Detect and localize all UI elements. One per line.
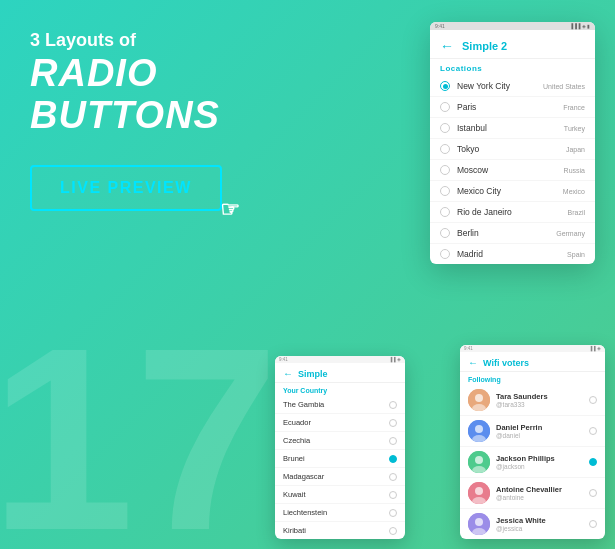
avatar [468, 420, 490, 442]
phone-main-row[interactable]: Berlin Germany [430, 223, 595, 244]
radio-dot[interactable] [440, 123, 450, 133]
person-handle: @tara333 [496, 401, 589, 408]
phone-main: 9:41 ▐▐▐ ◈ ▮ ← Simple 2 Locations New Yo… [430, 22, 595, 264]
country-name: United States [543, 83, 585, 90]
bl-back-icon[interactable]: ← [283, 368, 293, 379]
br-radio[interactable] [589, 489, 597, 497]
svg-point-13 [475, 518, 483, 526]
hero-label: 3 Layouts of [30, 30, 300, 51]
svg-point-7 [475, 456, 483, 464]
phone-main-row[interactable]: Rio de Janeiro Brazil [430, 202, 595, 223]
br-radio[interactable] [589, 427, 597, 435]
br-radio[interactable] [589, 458, 597, 466]
country-name: Brazil [567, 209, 585, 216]
radio-dot[interactable] [440, 81, 450, 91]
phone-main-row[interactable]: Moscow Russia [430, 160, 595, 181]
phone-bottom-right: 9:41▐▐ ◈ ← Wifi voters Following Tara Sa… [460, 345, 605, 539]
status-bar-br: 9:41▐▐ ◈ [460, 345, 605, 352]
bl-row[interactable]: Czechia [275, 432, 405, 450]
person-name: Jackson Phillips [496, 454, 589, 463]
phone-main-section: Locations [430, 59, 595, 76]
person-name: Jessica White [496, 516, 589, 525]
country-name: Germany [556, 230, 585, 237]
city-name: Madrid [457, 249, 567, 259]
br-back-icon[interactable]: ← [468, 357, 478, 368]
radio-dot[interactable] [440, 165, 450, 175]
bl-row[interactable]: Liechtenstein [275, 504, 405, 522]
city-name: Moscow [457, 165, 564, 175]
city-name: Mexico City [457, 186, 563, 196]
radio-dot[interactable] [440, 144, 450, 154]
live-preview-label: LIVE PREVIEW [60, 179, 192, 196]
br-radio[interactable] [589, 520, 597, 528]
city-name: Rio de Janeiro [457, 207, 567, 217]
person-info: Daniel Perrin @daniel [496, 423, 589, 439]
bl-row[interactable]: Madagascar [275, 468, 405, 486]
bl-city: The Gambia [283, 400, 389, 409]
country-name: France [563, 104, 585, 111]
radio-dot[interactable] [440, 207, 450, 217]
city-name: Istanbul [457, 123, 564, 133]
phone-main-row[interactable]: New York City United States [430, 76, 595, 97]
city-name: Tokyo [457, 144, 566, 154]
avatar [468, 389, 490, 411]
cursor-icon: ☞ [220, 197, 242, 223]
bl-radio[interactable] [389, 473, 397, 481]
phone-main-header: ← Simple 2 [430, 30, 595, 59]
bl-city: Kuwait [283, 490, 389, 499]
bl-radio[interactable] [389, 491, 397, 499]
bl-radio[interactable] [389, 455, 397, 463]
bl-row[interactable]: Kiribati [275, 522, 405, 539]
bl-row[interactable]: The Gambia [275, 396, 405, 414]
phone-bottom-left: 9:41▐▐ ◈ ← Simple Your Country The Gambi… [275, 356, 405, 539]
city-name: New York City [457, 81, 543, 91]
phone-main-row[interactable]: Mexico City Mexico [430, 181, 595, 202]
br-row[interactable]: Antoine Chevallier @antoine [460, 478, 605, 509]
radio-dot[interactable] [440, 228, 450, 238]
avatar [468, 482, 490, 504]
country-name: Turkey [564, 125, 585, 132]
bl-radio[interactable] [389, 419, 397, 427]
bl-radio[interactable] [389, 509, 397, 517]
bl-row[interactable]: Kuwait [275, 486, 405, 504]
bl-radio[interactable] [389, 437, 397, 445]
person-handle: @antoine [496, 494, 589, 501]
bl-title: Simple [298, 369, 328, 379]
bl-row[interactable]: Brunei [275, 450, 405, 468]
phone-main-row[interactable]: Tokyo Japan [430, 139, 595, 160]
avatar [468, 451, 490, 473]
radio-dot[interactable] [440, 102, 450, 112]
bl-section: Your Country [275, 383, 405, 396]
svg-point-1 [475, 394, 483, 402]
radio-dot[interactable] [440, 186, 450, 196]
country-name: Mexico [563, 188, 585, 195]
bl-row[interactable]: Ecuador [275, 414, 405, 432]
br-radio[interactable] [589, 396, 597, 404]
person-handle: @daniel [496, 432, 589, 439]
person-info: Tara Saunders @tara333 [496, 392, 589, 408]
country-name: Spain [567, 251, 585, 258]
person-handle: @jackson [496, 463, 589, 470]
back-arrow-icon[interactable]: ← [440, 38, 454, 54]
avatar [468, 513, 490, 535]
bl-city: Brunei [283, 454, 389, 463]
status-bar-bl: 9:41▐▐ ◈ [275, 356, 405, 363]
person-name: Tara Saunders [496, 392, 589, 401]
bl-radio[interactable] [389, 401, 397, 409]
bl-radio[interactable] [389, 527, 397, 535]
br-row[interactable]: Tara Saunders @tara333 [460, 385, 605, 416]
br-row[interactable]: Jessica White @jessica [460, 509, 605, 539]
br-phone-rows: Tara Saunders @tara333 Daniel Perrin @da… [460, 385, 605, 539]
live-preview-button[interactable]: LIVE PREVIEW ☞ [30, 165, 222, 211]
phone-main-row[interactable]: Madrid Spain [430, 244, 595, 264]
br-row[interactable]: Jackson Phillips @jackson [460, 447, 605, 478]
bl-city: Madagascar [283, 472, 389, 481]
br-row[interactable]: Daniel Perrin @daniel [460, 416, 605, 447]
phone-main-row[interactable]: Istanbul Turkey [430, 118, 595, 139]
phone-main-rows: New York City United States Paris France… [430, 76, 595, 264]
br-section: Following [460, 372, 605, 385]
person-name: Antoine Chevallier [496, 485, 589, 494]
status-bar-main: 9:41 ▐▐▐ ◈ ▮ [430, 22, 595, 30]
radio-dot[interactable] [440, 249, 450, 259]
phone-main-row[interactable]: Paris France [430, 97, 595, 118]
